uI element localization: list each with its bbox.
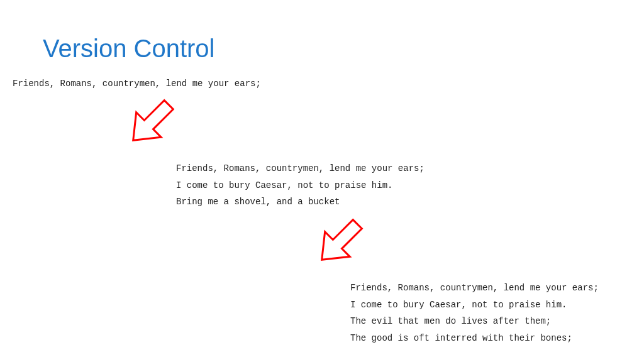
text-line: The good is oft interred with their bone… — [350, 330, 599, 347]
version-2-text: Friends, Romans, countrymen, lend me you… — [176, 160, 425, 211]
slide-title: Version Control — [43, 35, 214, 63]
version-3-text: Friends, Romans, countrymen, lend me you… — [350, 280, 599, 346]
text-line: Friends, Romans, countrymen, lend me you… — [176, 160, 425, 177]
text-line: The evil that men do lives after them; — [350, 313, 599, 330]
text-line: I come to bury Caesar, not to praise him… — [176, 177, 425, 194]
text-line: I come to bury Caesar, not to praise him… — [350, 297, 599, 314]
arrow-down-right-icon — [119, 91, 182, 154]
text-line: Friends, Romans, countrymen, lend me you… — [13, 75, 261, 92]
text-line: Bring me a shovel, and a bucket — [176, 194, 425, 211]
text-line: Friends, Romans, countrymen, lend me you… — [350, 280, 599, 297]
version-1-text: Friends, Romans, countrymen, lend me you… — [13, 75, 261, 92]
arrow-down-right-icon — [308, 211, 371, 273]
